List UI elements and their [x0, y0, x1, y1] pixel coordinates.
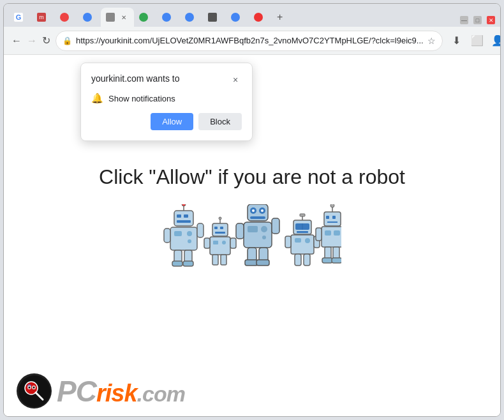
svg-rect-42	[272, 218, 279, 234]
svg-rect-52	[300, 214, 305, 216]
svg-point-24	[222, 241, 226, 244]
svg-point-9	[188, 239, 191, 243]
viewport: yourkinit.com wants to × 🔔 Show notifica…	[4, 55, 500, 416]
tab-11[interactable]	[249, 8, 272, 27]
tab-5-active[interactable]: ✕	[101, 8, 134, 27]
svg-rect-66	[322, 227, 341, 247]
address-bar[interactable]: 🔒 https://yourkinit.com/UjELOVetZ0MR1AWF…	[56, 31, 443, 51]
tab-9[interactable]	[203, 8, 226, 27]
svg-point-55	[305, 238, 310, 243]
tab-8[interactable]	[180, 8, 203, 27]
com-text: .com	[137, 382, 185, 406]
svg-rect-59	[304, 254, 310, 266]
bell-icon: 🔔	[91, 93, 103, 104]
svg-rect-22	[210, 237, 230, 255]
svg-rect-38	[248, 226, 258, 232]
url-display: https://yourkinit.com/UjELOVetZ0MR1AWFBq…	[76, 36, 424, 45]
svg-rect-23	[213, 241, 218, 244]
svg-point-8	[187, 231, 192, 236]
svg-rect-7	[174, 231, 182, 236]
svg-rect-27	[212, 255, 218, 265]
svg-point-39	[261, 226, 267, 232]
svg-rect-67	[325, 230, 331, 236]
download-button[interactable]: ⬇	[448, 32, 466, 50]
tab-7-favicon	[162, 13, 171, 22]
lock-icon: 🔒	[63, 36, 72, 45]
svg-rect-56	[285, 236, 291, 248]
maximize-button[interactable]: □	[473, 16, 482, 24]
window-controls: — □ ✕	[460, 16, 495, 27]
svg-rect-53	[291, 235, 314, 254]
svg-rect-1	[177, 214, 181, 218]
svg-rect-14	[172, 261, 182, 266]
popup-notification-row: 🔔 Show notifications	[91, 93, 242, 104]
svg-rect-74	[332, 258, 341, 263]
tab-6-favicon	[139, 13, 148, 22]
svg-rect-50	[297, 231, 308, 233]
pcrisk-logo	[17, 373, 52, 409]
robots-illustration	[163, 204, 341, 287]
tab-2-favicon: m	[37, 13, 46, 22]
robots-svg	[163, 204, 341, 287]
svg-rect-69	[316, 228, 322, 241]
popup-close-button[interactable]: ×	[229, 73, 242, 86]
browser-window: G m ✕	[3, 3, 501, 417]
nav-bar: ← → ↻ 🔒 https://yourkinit.com/UjELOVetZ0…	[4, 27, 500, 55]
extensions-button[interactable]: ⬜	[468, 32, 486, 50]
profile-button[interactable]: 👤	[489, 32, 501, 50]
popup-title: yourkinit.com wants to	[91, 73, 180, 84]
svg-rect-34	[250, 216, 265, 219]
pcrisk-logo-svg	[19, 375, 50, 407]
allow-button[interactable]: Allow	[151, 113, 193, 130]
svg-rect-26	[230, 238, 236, 248]
tab-5-close[interactable]: ✕	[119, 12, 129, 22]
svg-rect-17	[214, 227, 218, 229]
svg-rect-25	[204, 238, 210, 248]
minimize-button[interactable]: —	[460, 16, 468, 24]
pcrisk-text-group: PCrisk.com	[57, 374, 185, 409]
svg-rect-41	[236, 223, 244, 239]
tab-2[interactable]: m	[32, 8, 55, 27]
tab-3[interactable]	[55, 8, 78, 27]
svg-rect-16	[212, 223, 228, 236]
svg-rect-54	[295, 238, 301, 243]
tab-9-favicon	[208, 13, 217, 22]
svg-rect-68	[334, 230, 340, 236]
tab-5-favicon	[106, 13, 115, 22]
tab-6[interactable]	[134, 8, 157, 27]
svg-rect-46	[256, 260, 269, 266]
forward-button[interactable]: →	[27, 32, 37, 50]
close-window-button[interactable]: ✕	[487, 16, 495, 24]
back-button[interactable]: ←	[11, 32, 22, 50]
bookmark-star-icon[interactable]: ☆	[427, 36, 436, 46]
svg-point-82	[28, 386, 30, 388]
tab-1[interactable]: G	[9, 8, 32, 27]
svg-rect-37	[244, 222, 272, 248]
main-heading: Click "Allow" if you are not a robot	[99, 165, 405, 189]
svg-rect-62	[332, 216, 336, 219]
svg-rect-45	[245, 260, 258, 266]
popup-header: yourkinit.com wants to ×	[91, 73, 242, 86]
tab-11-favicon	[254, 13, 263, 22]
new-tab-button[interactable]: +	[272, 8, 295, 27]
tab-group: G m ✕	[9, 8, 295, 27]
svg-rect-19	[215, 232, 225, 234]
svg-rect-61	[326, 216, 329, 219]
svg-point-65	[330, 204, 334, 207]
tab-4[interactable]	[78, 8, 101, 27]
svg-rect-11	[197, 223, 204, 237]
svg-rect-58	[295, 254, 301, 266]
svg-point-31	[252, 209, 255, 212]
tab-1-favicon: G	[14, 13, 23, 22]
svg-point-33	[261, 209, 263, 212]
tab-8-favicon	[185, 13, 194, 22]
svg-point-5	[182, 204, 186, 206]
block-button[interactable]: Block	[198, 113, 242, 130]
tab-7[interactable]	[157, 8, 180, 27]
svg-rect-2	[184, 214, 188, 218]
svg-rect-3	[177, 220, 191, 223]
tab-10[interactable]	[226, 8, 249, 27]
popup-notification-text: Show notifications	[108, 94, 175, 103]
svg-rect-0	[174, 211, 193, 226]
refresh-button[interactable]: ↻	[42, 32, 50, 50]
